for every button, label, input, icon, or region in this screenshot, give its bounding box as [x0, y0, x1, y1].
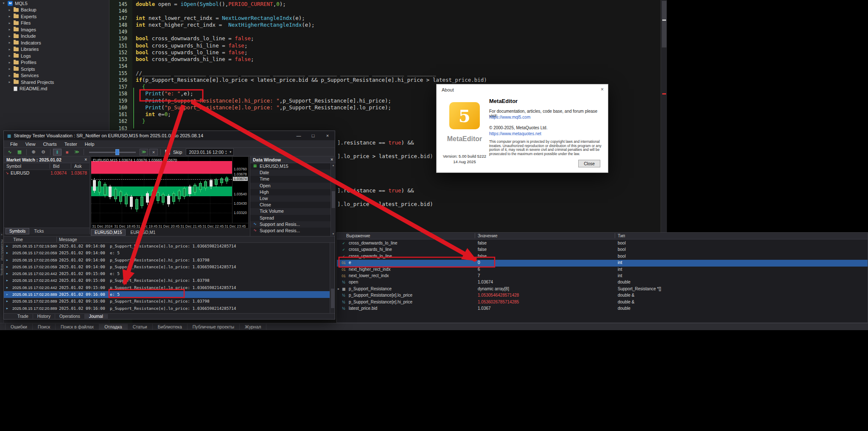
navigator-folder-backup[interactable]: ▸Backup [0, 7, 109, 14]
navigator-root-mql5[interactable]: ▾MMQL5 [0, 0, 109, 7]
close-icon[interactable]: × [601, 86, 604, 92]
collapsed-arrow-icon[interactable]: ▸ [8, 8, 11, 12]
navigator-tree[interactable]: ▾MMQL5▸Backup▸Experts▸Files▸Images▸Inclu… [0, 0, 109, 92]
data-window-row[interactable]: Time [250, 176, 330, 182]
bottom-tab-ошибки[interactable]: Ошибки [5, 324, 33, 330]
data-window-scrollbar[interactable]: ▲ ▼ [330, 163, 336, 236]
menu-file[interactable]: File [6, 142, 22, 147]
date-combobox[interactable]: 2023.01.16 12:00▴▾▾ [186, 148, 234, 156]
navigator-folder-experts[interactable]: ▸Experts [0, 13, 109, 20]
navigator-folder-services[interactable]: ▸Services [0, 72, 109, 79]
data-window-row[interactable]: Close [250, 202, 330, 208]
slider-handle[interactable] [115, 149, 119, 155]
strategy-tester-window[interactable]: ▦ Strategy Tester Visualization : SR_Not… [3, 131, 335, 320]
journal-row[interactable]: ▸2025.08.15 17:02:20.8892025.01.02 09:16… [4, 298, 330, 305]
journal-row[interactable]: ▸2025.08.15 17:02:20.0592025.01.02 09:14… [4, 257, 330, 264]
tab-journal[interactable]: Journal [85, 314, 108, 319]
tester-titlebar[interactable]: ▦ Strategy Tester Visualization : SR_Not… [4, 131, 335, 140]
bottom-tab-отладка[interactable]: Отладка [99, 324, 128, 330]
journal-row[interactable]: ▸2025.08.15 17:02:20.0592025.01.02 09:14… [4, 250, 330, 256]
close-icon[interactable]: × [1, 233, 3, 236]
navigator-file-readme-md[interactable]: README.md [0, 86, 109, 92]
collapsed-arrow-icon[interactable]: ▸ [8, 80, 11, 84]
column-bid[interactable]: Bid [53, 164, 59, 169]
watch-row[interactable]: ✓cross_upwards_lo_linefalsebool [337, 253, 868, 260]
watch-row[interactable]: 01next_lower_rect_indx7int [337, 273, 868, 279]
journal-row[interactable]: ▸2025.08.15 17:02:20.4422025.01.02 09:15… [4, 270, 330, 277]
date-spinner[interactable]: ▴▾ [225, 150, 227, 155]
watch-column-headers[interactable]: Выражение Значение Тип [337, 233, 868, 239]
journal-row[interactable]: ▸2025.08.15 17:02:19.5802025.01.02 09:14… [4, 243, 330, 250]
collapsed-arrow-icon[interactable]: ▸ [8, 34, 11, 38]
bar-chart-icon[interactable]: ▦ [15, 149, 24, 156]
tick-chart-icon[interactable]: ∿ [6, 149, 14, 156]
dropdown-icon[interactable]: ▾ [228, 150, 232, 154]
chart-tab-eurusd-m1[interactable]: EURUSD,M1 [126, 229, 159, 236]
navigator-folder-scripts[interactable]: ▸Scripts [0, 66, 109, 72]
navigator-folder-include[interactable]: ▸Include [0, 33, 109, 40]
data-window-row[interactable]: Tick Volume [250, 208, 330, 214]
about-dialog[interactable]: About × 5 MetaEditor Version: 5.00 build… [436, 84, 608, 173]
menu-help[interactable]: Help [81, 142, 98, 147]
menu-view[interactable]: View [22, 142, 39, 147]
menu-tester[interactable]: Tester [61, 142, 81, 147]
expand-arrow-icon[interactable]: ▾ [2, 1, 6, 5]
journal-row[interactable]: ▸2025.08.15 17:02:20.8892025.01.02 09:16… [4, 305, 330, 312]
close-icon[interactable]: × [84, 157, 87, 162]
zoom-out-icon[interactable]: ⊖ [39, 149, 48, 156]
journal-row[interactable]: ▸2025.08.15 17:02:20.4422025.01.02 09:15… [4, 277, 330, 284]
tab-trade[interactable]: Trade [13, 314, 33, 319]
market-watch-row[interactable]: ↘EURUSD1.036741.03678 [4, 170, 90, 177]
pause-icon[interactable]: ‖ [53, 149, 62, 156]
watch-row[interactable]: 01e0int [337, 260, 868, 266]
column-type[interactable]: Тип [618, 233, 625, 238]
scrollbar-thumb[interactable] [662, 1, 666, 47]
watch-row[interactable]: ½p_Support_Resistance[e].lo_price1.05305… [337, 292, 868, 299]
collapsed-arrow-icon[interactable]: ▸ [8, 21, 11, 25]
tab-operations[interactable]: Operations [55, 314, 85, 319]
stop-icon[interactable]: ■ [63, 149, 71, 156]
navigator-folder-logs[interactable]: ▸Logs [0, 53, 109, 59]
minimize-button[interactable]: — [291, 131, 306, 140]
tester-menubar[interactable]: FileViewChartsTesterHelp [4, 140, 335, 148]
collapsed-arrow-icon[interactable]: ▸ [8, 47, 11, 51]
skip-checkbox[interactable]: ✓ [165, 150, 170, 155]
data-window-row[interactable]: Low [250, 195, 330, 202]
maximize-button[interactable]: □ [306, 131, 320, 140]
bottom-tab-статьи[interactable]: Статьи [128, 324, 153, 330]
data-window-symbol-row[interactable]: ▦EURUSD,M15 [250, 163, 330, 170]
chart-plot[interactable] [91, 157, 232, 223]
column-ask[interactable]: Ask [74, 164, 82, 169]
collapsed-arrow-icon[interactable]: ▸ [8, 74, 11, 78]
column-expression[interactable]: Выражение [346, 233, 370, 238]
column-message[interactable]: Message [59, 237, 77, 242]
collapsed-arrow-icon[interactable]: ▸ [8, 28, 11, 31]
bottom-tab-журнал[interactable]: Журнал [240, 324, 266, 330]
column-value[interactable]: Значение [478, 233, 498, 238]
collapsed-arrow-icon[interactable]: ▸ [8, 61, 11, 64]
data-window-row[interactable]: Open [250, 183, 330, 189]
column-time[interactable]: Time [13, 237, 23, 242]
collapsed-arrow-icon[interactable]: ▸ [8, 67, 11, 71]
watch-row[interactable]: ✓cross_downwards_lo_linefalsebool [337, 240, 868, 247]
scrollbar-thumb[interactable] [332, 191, 335, 208]
journal-scrollbar[interactable] [330, 243, 335, 314]
scroll-up-icon[interactable]: ▲ [332, 164, 335, 167]
tester-tab-bar[interactable]: TradeHistoryOperationsJournal [4, 313, 335, 319]
market-watch-tabs[interactable]: SymbolsTicks [4, 228, 90, 234]
navigator-folder-libraries[interactable]: ▸Libraries [0, 46, 109, 53]
column-symbol[interactable]: Symbol [6, 164, 21, 169]
navigator-folder-images[interactable]: ▸Images [0, 26, 109, 33]
watch-row[interactable]: ▸▦p_Support_Resistancedynamic array[8]Su… [337, 286, 868, 292]
collapsed-arrow-icon[interactable]: ▸ [8, 54, 11, 58]
chart-panel[interactable]: EURUSD,M15 1.03674 1.03676 1.03665 1.036… [91, 156, 249, 228]
tab-ticks[interactable]: Ticks [30, 228, 48, 234]
chart-tab-eurusd-m15[interactable]: EURUSD,M15 [91, 229, 126, 236]
watch-row[interactable]: ½p_Support_Resistance[e].hi_price1.05360… [337, 299, 868, 306]
expand-arrow-icon[interactable]: ▸ [338, 287, 339, 291]
speed-slider[interactable] [89, 149, 136, 156]
navigator-folder-indicators[interactable]: ▸Indicators [0, 39, 109, 46]
collapsed-arrow-icon[interactable]: ▸ [8, 41, 11, 44]
mql5-link[interactable]: https://www.mql5.com [489, 115, 530, 120]
navigator-folder-files[interactable]: ▸Files [0, 20, 109, 27]
